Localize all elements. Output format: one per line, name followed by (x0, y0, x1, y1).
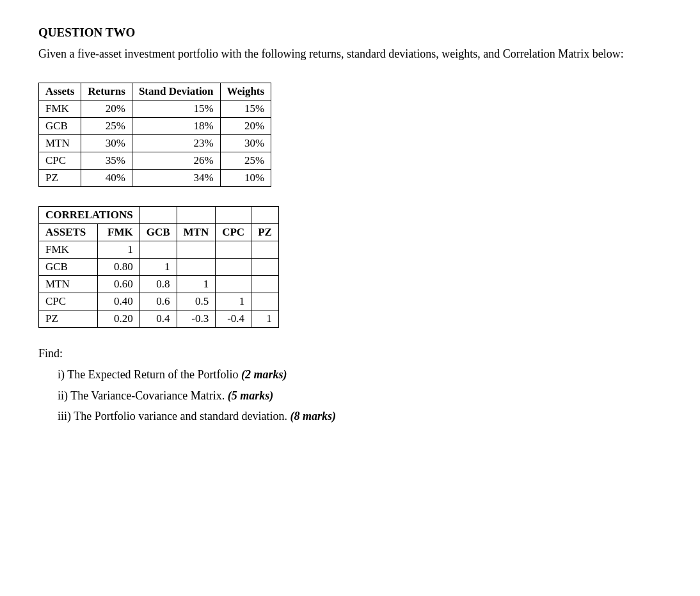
corr-cell-0-4 (216, 241, 251, 258)
find-item-marks-1: (5 marks) (228, 389, 274, 402)
corr-header-3: MTN (177, 223, 216, 241)
corr-cell-2-1: 0.60 (97, 275, 139, 293)
find-item-0: i) The Expected Return of the Portfolio … (58, 366, 662, 384)
corr-section-empty-2 (139, 206, 177, 223)
col-std-dev: Stand Deviation (132, 83, 220, 100)
corr-row-2: MTN0.600.81 (39, 275, 279, 293)
assets-cell-3-3: 25% (220, 152, 271, 169)
corr-header-2: GCB (139, 223, 177, 241)
find-item-1: ii) The Variance-Covariance Matrix. (5 m… (58, 387, 662, 405)
corr-cell-3-3: 0.5 (177, 293, 216, 310)
col-assets: Assets (39, 83, 81, 100)
corr-section-row: CORRELATIONS (39, 206, 279, 223)
corr-header-row: ASSETSFMKGCBMTNCPCPZ (39, 223, 279, 241)
intro-text: Given a five-asset investment portfolio … (38, 45, 662, 63)
assets-cell-4-3: 10% (220, 169, 271, 186)
assets-cell-3-0: CPC (39, 152, 81, 169)
corr-cell-2-5 (251, 275, 279, 293)
corr-row-1: GCB0.801 (39, 258, 279, 275)
corr-cell-4-4: -0.4 (216, 310, 251, 327)
corr-cell-3-4: 1 (216, 293, 251, 310)
assets-cell-0-2: 15% (132, 100, 220, 117)
assets-table-row: CPC35%26%25% (39, 152, 271, 169)
corr-section-label: CORRELATIONS (39, 206, 140, 223)
find-item-label-0: i) The Expected Return of the Portfolio (58, 368, 241, 381)
assets-cell-2-0: MTN (39, 134, 81, 152)
find-item-2: iii) The Portfolio variance and standard… (58, 407, 662, 426)
corr-cell-3-1: 0.40 (97, 293, 139, 310)
assets-cell-2-3: 30% (220, 134, 271, 152)
assets-cell-2-2: 23% (132, 134, 220, 152)
assets-table: Assets Returns Stand Deviation Weights F… (38, 83, 271, 187)
assets-cell-4-1: 40% (81, 169, 132, 186)
find-item-label-2: iii) The Portfolio variance and standard… (58, 410, 290, 423)
corr-cell-3-2: 0.6 (139, 293, 177, 310)
corr-cell-2-2: 0.8 (139, 275, 177, 293)
corr-header-0: ASSETS (39, 223, 98, 241)
corr-cell-4-1: 0.20 (97, 310, 139, 327)
corr-header-4: CPC (216, 223, 251, 241)
corr-cell-0-1: 1 (97, 241, 139, 258)
assets-table-row: MTN30%23%30% (39, 134, 271, 152)
correlations-table: CORRELATIONSASSETSFMKGCBMTNCPCPZFMK1GCB0… (38, 206, 279, 328)
corr-cell-0-5 (251, 241, 279, 258)
corr-cell-1-0: GCB (39, 258, 98, 275)
corr-cell-1-2: 1 (139, 258, 177, 275)
find-item-marks-2: (8 marks) (290, 410, 337, 423)
corr-cell-4-2: 0.4 (139, 310, 177, 327)
assets-table-row: PZ40%34%10% (39, 169, 271, 186)
corr-section-empty-5 (251, 206, 279, 223)
assets-cell-2-1: 30% (81, 134, 132, 152)
corr-cell-1-3 (177, 258, 216, 275)
corr-row-0: FMK1 (39, 241, 279, 258)
assets-cell-3-1: 35% (81, 152, 132, 169)
find-items-list: i) The Expected Return of the Portfolio … (38, 366, 662, 426)
assets-table-container: Assets Returns Stand Deviation Weights F… (38, 83, 662, 187)
corr-cell-4-5: 1 (251, 310, 279, 327)
corr-cell-0-2 (139, 241, 177, 258)
corr-cell-1-1: 0.80 (97, 258, 139, 275)
corr-cell-4-3: -0.3 (177, 310, 216, 327)
assets-cell-1-0: GCB (39, 117, 81, 134)
corr-cell-2-0: MTN (39, 275, 98, 293)
corr-cell-1-4 (216, 258, 251, 275)
corr-header-1: FMK (97, 223, 139, 241)
corr-cell-0-3 (177, 241, 216, 258)
assets-cell-1-2: 18% (132, 117, 220, 134)
assets-cell-3-2: 26% (132, 152, 220, 169)
correlations-table-container: CORRELATIONSASSETSFMKGCBMTNCPCPZFMK1GCB0… (38, 206, 662, 328)
corr-row-4: PZ0.200.4-0.3-0.41 (39, 310, 279, 327)
corr-cell-3-0: CPC (39, 293, 98, 310)
col-weights: Weights (220, 83, 271, 100)
assets-cell-0-0: FMK (39, 100, 81, 117)
assets-cell-4-2: 34% (132, 169, 220, 186)
assets-table-row: GCB25%18%20% (39, 117, 271, 134)
corr-cell-2-4 (216, 275, 251, 293)
assets-cell-0-3: 15% (220, 100, 271, 117)
corr-cell-4-0: PZ (39, 310, 98, 327)
corr-header-5: PZ (251, 223, 279, 241)
col-returns: Returns (81, 83, 132, 100)
assets-cell-4-0: PZ (39, 169, 81, 186)
corr-section-empty-4 (216, 206, 251, 223)
corr-cell-1-5 (251, 258, 279, 275)
assets-cell-1-1: 25% (81, 117, 132, 134)
corr-cell-3-5 (251, 293, 279, 310)
assets-table-row: FMK20%15%15% (39, 100, 271, 117)
question-title: QUESTION TWO (38, 26, 662, 40)
find-section: Find: i) The Expected Return of the Port… (38, 347, 662, 426)
corr-cell-0-0: FMK (39, 241, 98, 258)
assets-table-header-row: Assets Returns Stand Deviation Weights (39, 83, 271, 100)
corr-row-3: CPC0.400.60.51 (39, 293, 279, 310)
find-item-marks-0: (2 marks) (241, 368, 287, 381)
assets-cell-0-1: 20% (81, 100, 132, 117)
corr-cell-2-3: 1 (177, 275, 216, 293)
assets-cell-1-3: 20% (220, 117, 271, 134)
find-title: Find: (38, 347, 662, 360)
corr-section-empty-3 (177, 206, 216, 223)
find-item-label-1: ii) The Variance-Covariance Matrix. (58, 389, 228, 402)
